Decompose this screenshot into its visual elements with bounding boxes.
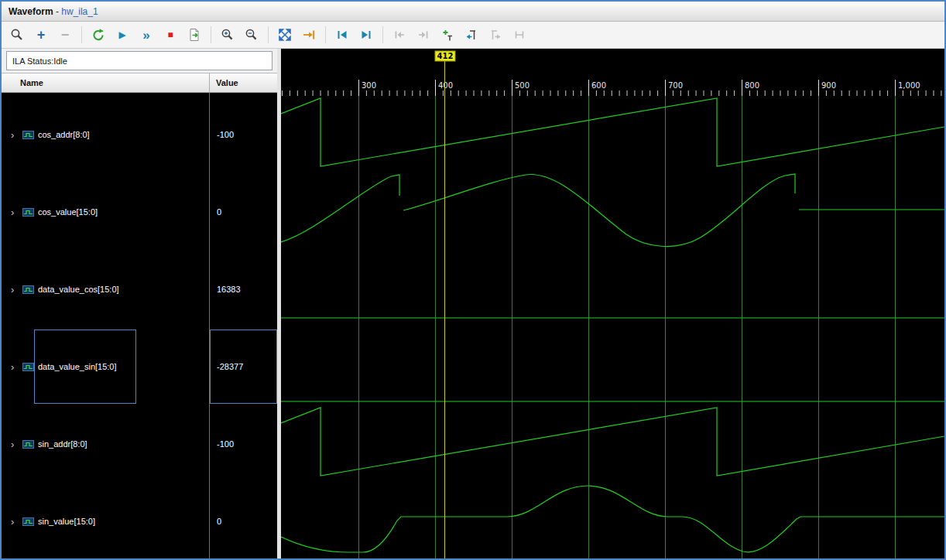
go-to-marker-icon[interactable] [462, 26, 481, 44]
trace-sin-value [281, 486, 944, 552]
go-to-start-icon[interactable] [333, 26, 351, 44]
waveform-canvas[interactable]: 300 400 500 600 700 800 900 1,000 [281, 49, 944, 558]
ruler-label: 500 [515, 81, 530, 90]
zoom-in-icon[interactable] [218, 26, 237, 44]
run-trigger-icon[interactable]: ▶ [113, 26, 132, 44]
ruler-label: 700 [668, 81, 683, 90]
waveform-signal-icon [22, 440, 34, 449]
trace-cos-value [281, 174, 944, 247]
signal-name: cos_addr[8:0] [38, 130, 90, 139]
expand-chevron-icon[interactable]: › [11, 129, 19, 141]
title-separator: - [53, 6, 62, 17]
grid-body: › cos_addr[8:0] -100 › cos_value[15:0] 0… [2, 93, 277, 558]
expand-chevron-icon[interactable]: › [11, 439, 19, 450]
signal-row[interactable]: › sin_addr[8:0] [2, 405, 209, 483]
go-to-end-icon[interactable] [357, 26, 375, 44]
main-area: ILA Status:Idle Name Value › cos_addr[8:… [2, 49, 944, 558]
time-cursor[interactable]: 412 [435, 51, 455, 558]
ila-status-text: ILA Status:Idle [12, 56, 67, 66]
zoom-out-icon[interactable] [242, 26, 261, 44]
auto-re-trigger-icon[interactable] [89, 26, 108, 44]
add-marker-icon[interactable] [438, 26, 457, 44]
signal-panel: ILA Status:Idle Name Value › cos_addr[8:… [2, 49, 277, 558]
ila-instance-name: hw_ila_1 [61, 6, 98, 17]
signal-value[interactable]: 0 [209, 483, 277, 558]
toolbar-separator [81, 26, 82, 43]
ruler-label: 900 [821, 81, 836, 90]
waveform-signal-icon [22, 131, 34, 139]
add-icon[interactable]: + [32, 26, 50, 44]
toolbar-separator [325, 26, 326, 43]
stop-trigger-icon[interactable]: ■ [161, 26, 180, 44]
title-bar[interactable]: Waveform - hw_ila_1 [2, 2, 944, 22]
time-ruler[interactable]: 300 400 500 600 700 800 900 1,000 [282, 80, 944, 96]
expand-chevron-icon[interactable]: › [11, 361, 19, 373]
time-gridlines [359, 96, 896, 558]
signal-name: data_value_cos[15:0] [38, 285, 119, 294]
signal-value[interactable]: -28377 [209, 328, 277, 405]
expand-chevron-icon[interactable]: › [11, 207, 19, 218]
ila-status-box: ILA Status:Idle [6, 51, 272, 70]
swap-markers-icon[interactable] [510, 26, 529, 44]
signal-name: sin_value[15:0] [38, 517, 95, 526]
zoom-to-cursor-icon[interactable] [300, 26, 318, 44]
signal-row[interactable]: › sin_value[15:0] [2, 483, 209, 558]
signal-value[interactable]: 0 [209, 173, 277, 251]
trace-cos-addr [281, 98, 944, 166]
ruler-label: 400 [438, 81, 453, 90]
waveform-signal-icon [22, 285, 34, 294]
toolbar-separator [382, 26, 383, 43]
cursor-time-label: 412 [437, 52, 454, 60]
signal-value[interactable]: -100 [209, 96, 277, 173]
signal-value[interactable]: 16383 [209, 251, 277, 328]
previous-transition-icon[interactable] [390, 26, 409, 44]
run-trigger-immediate-icon[interactable]: » [137, 26, 156, 44]
toolbar-separator [268, 26, 269, 43]
signal-row[interactable]: › cos_value[15:0] [2, 173, 209, 251]
column-divider[interactable] [209, 73, 210, 92]
waveform-signal-icon [22, 517, 34, 526]
trace-sin-addr [281, 408, 944, 476]
ruler-label: 300 [362, 81, 376, 90]
column-header-name[interactable]: Name [20, 78, 43, 87]
signal-name: sin_addr[8:0] [38, 439, 87, 449]
column-header-value[interactable]: Value [216, 78, 238, 87]
waveform-svg[interactable]: 300 400 500 600 700 800 900 1,000 [281, 49, 944, 558]
waveform-signal-icon [22, 363, 34, 371]
window-title: Waveform [9, 6, 53, 17]
signal-value[interactable]: -100 [209, 405, 277, 483]
signal-row-selected[interactable]: › data_value_sin[15:0] [2, 328, 209, 405]
ruler-label: 1,000 [898, 81, 920, 90]
signal-row[interactable]: › data_value_cos[15:0] [2, 251, 209, 328]
signal-row[interactable]: › cos_addr[8:0] [2, 96, 209, 173]
waveform-toolbar: + − ▶ » ■ [2, 22, 944, 49]
ruler-label: 600 [591, 81, 606, 90]
next-marker-icon[interactable] [486, 26, 505, 44]
toolbar-separator [211, 26, 211, 43]
ruler-label: 800 [745, 81, 759, 90]
next-transition-icon[interactable] [414, 26, 433, 44]
zoom-fit-icon[interactable] [276, 26, 294, 44]
find-icon[interactable] [8, 26, 26, 44]
export-ila-data-icon[interactable] [185, 26, 204, 44]
expand-chevron-icon[interactable]: › [11, 284, 19, 295]
waveform-signal-icon [22, 208, 34, 217]
waveform-window: Waveform - hw_ila_1 + − ▶ » ■ [0, 0, 946, 560]
signal-name: cos_value[15:0] [38, 207, 98, 217]
expand-chevron-icon[interactable]: › [11, 516, 19, 528]
grid-header: Name Value [2, 73, 277, 93]
signal-name: data_value_sin[15:0] [38, 362, 117, 371]
remove-icon[interactable]: − [56, 26, 74, 44]
